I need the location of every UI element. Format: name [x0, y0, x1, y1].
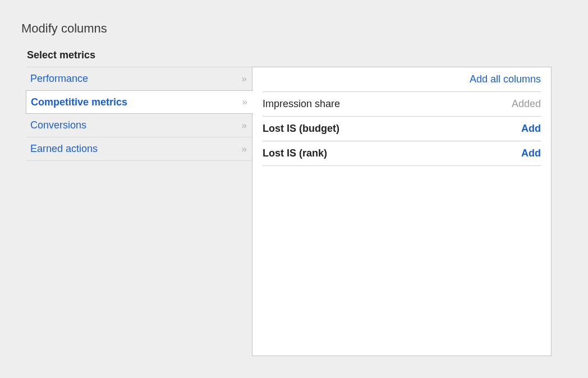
category-label: Performance — [30, 73, 88, 85]
category-label: Earned actions — [30, 143, 98, 155]
chevron-double-right-icon: » — [242, 73, 244, 85]
metric-label: Lost IS (rank) — [263, 147, 327, 159]
metrics-panel: Add all columns Impression share Added L… — [252, 67, 552, 356]
metric-add-button[interactable]: Add — [521, 147, 541, 159]
category-item-conversions[interactable]: Conversions » — [26, 114, 252, 137]
add-all-row: Add all columns — [263, 67, 541, 92]
category-item-performance[interactable]: Performance » — [26, 67, 252, 91]
chevron-double-right-icon: » — [242, 144, 244, 155]
metric-row-lost-is-budget: Lost IS (budget) Add — [263, 117, 541, 141]
metric-add-button[interactable]: Add — [521, 123, 541, 135]
add-all-columns-link[interactable]: Add all columns — [470, 73, 541, 85]
category-item-competitive-metrics[interactable]: Competitive metrics » — [26, 90, 253, 114]
category-label: Conversions — [30, 119, 86, 131]
category-item-earned-actions[interactable]: Earned actions » — [26, 137, 252, 161]
category-label: Competitive metrics — [31, 96, 127, 108]
metric-status-added: Added — [512, 98, 541, 110]
page-title: Modify columns — [21, 21, 588, 36]
metric-row-lost-is-rank: Lost IS (rank) Add — [263, 141, 541, 166]
metric-label: Impression share — [263, 98, 340, 110]
chevron-double-right-icon: » — [242, 120, 244, 131]
section-title: Select metrics — [27, 49, 588, 61]
category-list: Performance » Competitive metrics » Conv… — [26, 67, 252, 161]
chevron-double-right-icon: » — [242, 96, 244, 108]
metric-label: Lost IS (budget) — [263, 123, 339, 135]
metric-row-impression-share: Impression share Added — [263, 92, 541, 117]
